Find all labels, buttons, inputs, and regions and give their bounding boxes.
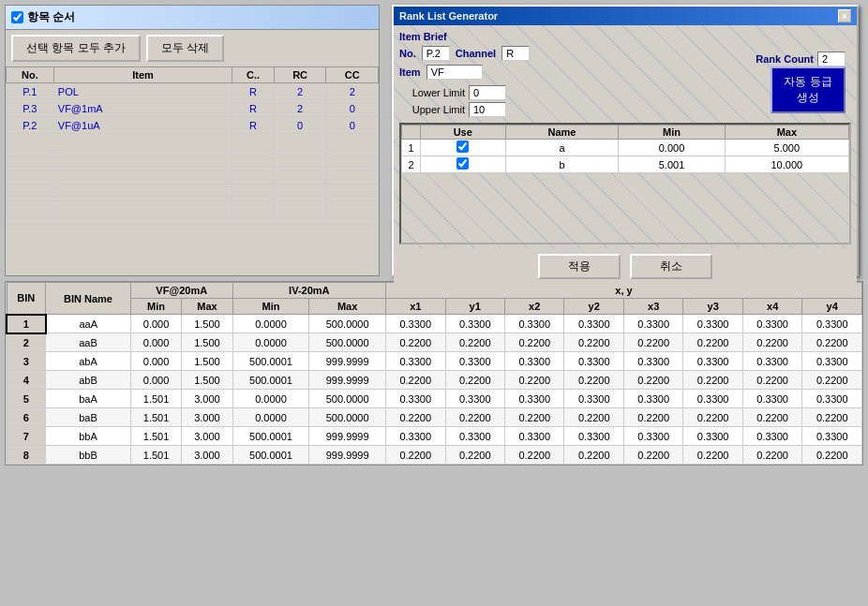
cell-item: POL bbox=[53, 83, 232, 100]
table-row[interactable]: 4 abB 0.000 1.500 500.0001 999.9999 0.22… bbox=[7, 371, 862, 390]
apply-button[interactable]: 적용 bbox=[538, 254, 621, 279]
cell-x3: 0.3300 bbox=[623, 352, 682, 371]
cell-no bbox=[7, 134, 54, 151]
cell-y1: 0.3300 bbox=[445, 352, 504, 371]
item-order-checkbox[interactable] bbox=[11, 11, 23, 23]
th-rc: RC bbox=[274, 67, 326, 83]
cell-y2: 0.3300 bbox=[564, 352, 623, 371]
cell-vf-min: 0.000 bbox=[130, 333, 181, 352]
cell-c bbox=[232, 185, 274, 201]
cell-vf-max: 3.000 bbox=[182, 390, 232, 408]
cell-y2: 0.2200 bbox=[564, 446, 623, 465]
cell-bin: 6 bbox=[7, 408, 46, 427]
cell-cc: 0 bbox=[326, 117, 379, 134]
table-row[interactable]: 5 baA 1.501 3.000 0.0000 500.0000 0.3300… bbox=[7, 390, 862, 408]
cell-y3: 0.2200 bbox=[683, 371, 742, 390]
cell-vf-min: 1.501 bbox=[130, 446, 181, 465]
cell-bin: 8 bbox=[7, 446, 46, 465]
table-row[interactable]: 7 bbA 1.501 3.000 500.0001 999.9999 0.33… bbox=[7, 427, 862, 446]
cell-y1: 0.3300 bbox=[445, 315, 504, 333]
cell-vf-min: 1.501 bbox=[130, 390, 181, 408]
cell-iv-max: 999.9999 bbox=[309, 446, 386, 465]
rank-min: 5.001 bbox=[619, 156, 725, 173]
cell-y3: 0.2200 bbox=[683, 333, 742, 352]
cancel-button[interactable]: 취소 bbox=[630, 254, 712, 279]
cell-iv-max: 500.0000 bbox=[309, 390, 386, 408]
upper-limit-input[interactable] bbox=[469, 102, 506, 117]
cell-c bbox=[232, 151, 274, 168]
rank-table-wrap: Use Name Min Max 1 a 0.000 5.000 2 b 5.0… bbox=[399, 123, 851, 244]
table-row[interactable]: 8 bbB 1.501 3.000 500.0001 999.9999 0.22… bbox=[7, 446, 862, 465]
cell-x3: 0.3300 bbox=[623, 427, 682, 446]
lower-limit-input[interactable] bbox=[469, 85, 506, 100]
cell-x1: 0.2200 bbox=[386, 333, 445, 352]
cell-binname: baB bbox=[46, 408, 131, 427]
cell-iv-min: 500.0001 bbox=[232, 446, 309, 465]
cell-no: P.2 bbox=[7, 117, 54, 134]
rank-name: a bbox=[505, 140, 619, 156]
item-table: No. Item C.. RC CC P.1 POL R 2 2 P.3 VF@… bbox=[6, 67, 379, 218]
cell-iv-min: 500.0001 bbox=[232, 352, 309, 371]
table-row[interactable]: P.3 VF@1mA R 2 0 bbox=[7, 100, 379, 117]
table-row[interactable] bbox=[7, 168, 379, 185]
cell-rc: 2 bbox=[274, 83, 326, 100]
rank-inner-table: Use Name Min Max 1 a 0.000 5.000 2 b 5.0… bbox=[401, 125, 849, 173]
lower-limit-label: Lower Limit bbox=[399, 87, 465, 98]
sub-th: Max bbox=[182, 299, 232, 315]
close-button[interactable]: × bbox=[838, 9, 851, 22]
use-checkbox[interactable] bbox=[456, 157, 469, 170]
rank-use[interactable] bbox=[421, 156, 506, 173]
cell-cc bbox=[326, 168, 379, 185]
table-row[interactable] bbox=[7, 201, 379, 218]
cell-x1: 0.2200 bbox=[386, 446, 445, 465]
cell-bin: 2 bbox=[7, 333, 46, 352]
table-row[interactable]: 3 abA 0.000 1.500 500.0001 999.9999 0.33… bbox=[7, 352, 862, 371]
rank-dialog-footer: 적용 취소 bbox=[394, 248, 857, 285]
cell-y2: 0.2200 bbox=[564, 333, 623, 352]
cell-x4: 0.2200 bbox=[742, 333, 801, 352]
item-order-panel: 항목 순서 선택 항목 모두 추가 모두 삭제 No. Item C.. RC … bbox=[5, 5, 380, 276]
cell-x2: 0.2200 bbox=[504, 408, 563, 427]
cell-y3: 0.3300 bbox=[683, 390, 742, 408]
rank-rowno: 2 bbox=[402, 156, 421, 173]
sub-th: x2 bbox=[504, 299, 563, 315]
cell-cc: 2 bbox=[326, 83, 379, 100]
cell-x2: 0.3300 bbox=[504, 315, 563, 333]
sub-th: y3 bbox=[683, 299, 742, 315]
delete-all-button[interactable]: 모두 삭제 bbox=[146, 35, 224, 62]
cell-c bbox=[232, 168, 274, 185]
use-checkbox[interactable] bbox=[456, 140, 469, 153]
table-row[interactable] bbox=[7, 134, 379, 151]
cell-vf-max: 1.500 bbox=[182, 315, 232, 333]
rank-dialog-title: Rank List Generator bbox=[399, 10, 498, 22]
table-row[interactable] bbox=[7, 151, 379, 168]
th-vf20ma: VF@20mA bbox=[130, 283, 232, 299]
auto-generate-button[interactable]: 자동 등급 생성 bbox=[771, 67, 846, 113]
add-all-button[interactable]: 선택 항목 모두 추가 bbox=[11, 35, 141, 62]
sub-th: Min bbox=[232, 299, 309, 315]
table-row[interactable]: 6 baB 1.501 3.000 0.0000 500.0000 0.2200… bbox=[7, 408, 862, 427]
cell-y3: 0.2200 bbox=[683, 446, 742, 465]
rank-table-row[interactable]: 1 a 0.000 5.000 bbox=[402, 140, 849, 156]
cell-x4: 0.2200 bbox=[742, 371, 801, 390]
table-row[interactable]: P.1 POL R 2 2 bbox=[7, 83, 379, 100]
bottom-data-table: BIN BIN Name VF@20mA IV-20mA x, y MinMax… bbox=[6, 282, 862, 465]
table-row[interactable]: 2 aaB 0.000 1.500 0.0000 500.0000 0.2200… bbox=[7, 333, 862, 352]
bottom-table-body: 1 aaA 0.000 1.500 0.0000 500.0000 0.3300… bbox=[7, 315, 862, 465]
rank-table-row[interactable]: 2 b 5.001 10.000 bbox=[402, 156, 849, 173]
table-row[interactable] bbox=[7, 185, 379, 201]
sub-th: x3 bbox=[623, 299, 682, 315]
cell-c: R bbox=[232, 100, 274, 117]
cell-binname: bbB bbox=[46, 446, 131, 465]
sub-th: x1 bbox=[386, 299, 445, 315]
cell-rc bbox=[274, 185, 326, 201]
table-row[interactable]: 1 aaA 0.000 1.500 0.0000 500.0000 0.3300… bbox=[7, 315, 862, 333]
cell-y4: 0.3300 bbox=[802, 352, 862, 371]
no-label: No. bbox=[399, 48, 416, 59]
item-brief-row: No. P.2 Channel R Rank Count 2 bbox=[399, 44, 851, 63]
button-row: 선택 항목 모두 추가 모두 삭제 bbox=[6, 30, 379, 67]
rank-use[interactable] bbox=[421, 140, 506, 156]
cell-y1: 0.3300 bbox=[445, 427, 504, 446]
table-row[interactable]: P.2 VF@1uA R 0 0 bbox=[7, 117, 379, 134]
cell-x2: 0.2200 bbox=[504, 333, 563, 352]
